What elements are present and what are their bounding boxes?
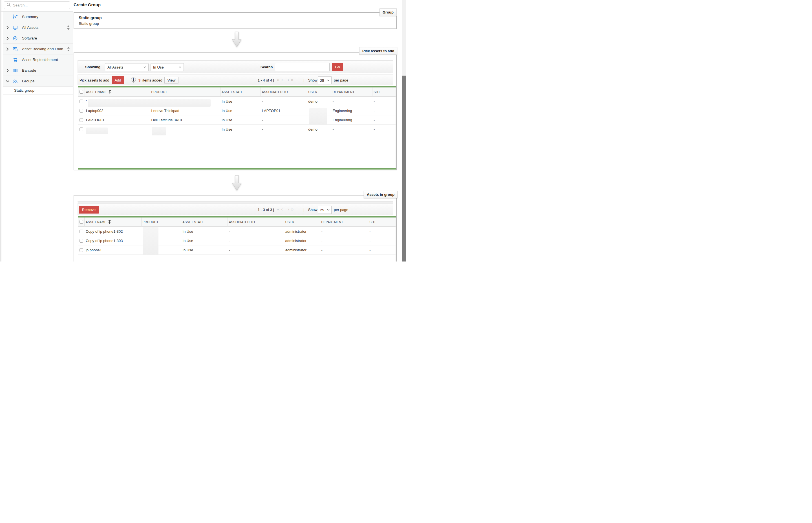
column-header[interactable]: DEPARTMENT — [331, 87, 373, 96]
assets-in-group-table: ASSET NAMEPRODUCTASSET STATEASSOCIATED T… — [78, 217, 396, 262]
sidebar-item-asset-replenishment[interactable]: Asset Replenishment — [3, 54, 73, 65]
chevron-right-icon[interactable] — [6, 26, 10, 29]
prev-page-icon[interactable]: ‹ — [281, 77, 284, 83]
table-row[interactable]: Copy of ip phone1-303In Use-administrato… — [78, 236, 396, 246]
row-checkbox[interactable] — [79, 230, 83, 233]
last-page-icon[interactable]: » — [291, 77, 295, 83]
chevron-right-icon[interactable] — [6, 48, 10, 51]
cell-associated: LAPTOP01 — [261, 109, 307, 113]
next-page-icon[interactable]: › — [288, 77, 291, 83]
filter-bar: Showing All Assets In Use Search Go — [77, 60, 393, 73]
page-size-value: 25 — [320, 208, 324, 212]
chevron-right-icon[interactable] — [6, 69, 10, 72]
prev-page-icon[interactable]: ‹ — [281, 206, 284, 212]
row-checkbox[interactable] — [79, 118, 83, 122]
blur-redaction — [143, 227, 158, 255]
sidebar-item-label: Asset Replenishment — [22, 57, 58, 62]
table-row[interactable]: Laptop002Lenovo ThinkpadIn UseLAPTOP01En… — [78, 106, 396, 115]
cell-user: demo — [307, 99, 332, 104]
sidebar-subitem-static-group[interactable]: Static group — [3, 87, 73, 94]
row-checkbox[interactable] — [79, 248, 83, 252]
chevron-down-icon[interactable] — [6, 80, 10, 83]
scrollbar-thumb[interactable] — [402, 76, 406, 262]
divider — [77, 201, 393, 202]
pagination-range: 1 - 3 of 3 | — [247, 208, 274, 212]
sidebar-item-all-assets[interactable]: All Assets — [3, 22, 73, 33]
column-header[interactable]: DEPARTMENT — [320, 217, 368, 227]
asset-state-value: In Use — [153, 65, 164, 69]
cell-associated: - — [228, 248, 284, 252]
asset-search-input[interactable] — [275, 63, 329, 71]
view-button[interactable]: View — [164, 77, 178, 84]
asset-type-select[interactable]: All Assets — [105, 63, 149, 71]
last-page-icon[interactable]: » — [291, 206, 295, 212]
row-checkbox[interactable] — [79, 100, 83, 103]
sidebar-search[interactable] — [4, 1, 70, 9]
column-header[interactable]: ASSET NAME — [85, 87, 150, 96]
cell-site: - — [368, 248, 396, 252]
sidebar-search-input[interactable] — [13, 3, 64, 7]
column-header[interactable]: ASSET STATE — [221, 87, 261, 96]
select-all-checkbox[interactable] — [79, 220, 83, 224]
sidebar-item-groups[interactable]: Groups — [3, 76, 73, 87]
table-row[interactable]: Copy of ip phone1-302In Use-administrato… — [78, 227, 396, 236]
per-page-label: per page — [334, 78, 348, 83]
drag-handle-icon[interactable] — [67, 47, 70, 52]
first-page-icon[interactable]: « — [277, 77, 281, 83]
blur-redaction — [152, 127, 166, 136]
info-icon: i — [130, 77, 136, 85]
table-bottom-bar — [78, 168, 396, 169]
go-button[interactable]: Go — [332, 63, 343, 71]
column-header[interactable]: ASSOCIATED TO — [228, 217, 284, 227]
cell-name: ip phone1 — [84, 248, 141, 252]
page-size-select[interactable]: 25 — [318, 206, 332, 214]
header-checkbox-cell — [78, 87, 85, 96]
table-row[interactable]: In Use-demo-- — [78, 125, 396, 134]
sort-ascending-icon[interactable] — [109, 90, 111, 94]
assets-toolbar: Remove 1 - 3 of 3 | «‹ ›» | Show 25 per … — [77, 203, 393, 215]
sidebar-item-label: All Assets — [22, 25, 39, 30]
row-checkbox[interactable] — [79, 127, 83, 131]
cell-name: Laptop002 — [85, 109, 150, 113]
showing-label: Showing — [85, 65, 100, 69]
column-header[interactable]: PRODUCT — [150, 87, 221, 96]
row-checkbox[interactable] — [79, 109, 83, 112]
row-checkbox[interactable] — [79, 239, 83, 242]
cell-state: In Use — [181, 239, 228, 243]
column-header[interactable]: PRODUCT — [141, 217, 182, 227]
column-header[interactable]: USER — [284, 217, 320, 227]
next-page-icon[interactable]: › — [288, 206, 291, 212]
select-all-checkbox[interactable] — [79, 90, 83, 94]
page-size-select[interactable]: 25 — [318, 76, 332, 84]
sidebar-item-asset-booking[interactable]: Asset Booking and Loan — [3, 44, 73, 54]
sidebar-item-summary[interactable]: Summary — [3, 12, 73, 22]
pick-assets-table: ASSET NAMEPRODUCTASSET STATEASSOCIATED T… — [78, 87, 396, 168]
cell-site: - — [373, 118, 396, 122]
column-header[interactable]: ASSET STATE — [181, 217, 228, 227]
table-row[interactable]: ip phone1In Use-administrator-- — [78, 246, 396, 255]
chevron-right-icon[interactable] — [6, 37, 10, 40]
remove-button[interactable]: Remove — [79, 206, 99, 214]
table-row[interactable]: LAPTOP01Dell Lattitude 3410In Use-Engine… — [78, 115, 396, 125]
column-header[interactable]: ASSET NAME — [84, 217, 141, 227]
cell-state: In Use — [221, 118, 261, 122]
cell-name: Copy of ip phone1-302 — [84, 229, 141, 234]
sort-ascending-icon[interactable] — [108, 220, 111, 224]
sidebar-item-barcode[interactable]: Barcode — [3, 65, 73, 76]
add-button[interactable]: Add — [112, 76, 124, 84]
pick-action-label: Pick assets to add — [79, 78, 109, 83]
column-header[interactable]: ASSOCIATED TO — [261, 87, 307, 96]
first-page-icon[interactable]: « — [277, 206, 281, 212]
cell-department: - — [320, 229, 368, 234]
drag-handle-icon[interactable] — [67, 25, 70, 31]
checkbox-cell — [78, 100, 85, 103]
column-header[interactable]: SITE — [368, 217, 396, 227]
sidebar-nav: Summary All Assets Software Asset Bookin… — [3, 12, 73, 94]
column-header[interactable]: USER — [307, 87, 332, 96]
column-header[interactable]: SITE — [373, 87, 396, 96]
asset-state-select[interactable]: In Use — [151, 63, 184, 71]
pagination-range: 1 - 4 of 4 | — [247, 78, 274, 83]
sidebar-item-software[interactable]: Software — [3, 33, 73, 44]
cell-department: - — [331, 99, 373, 104]
cell-state: In Use — [221, 127, 261, 131]
